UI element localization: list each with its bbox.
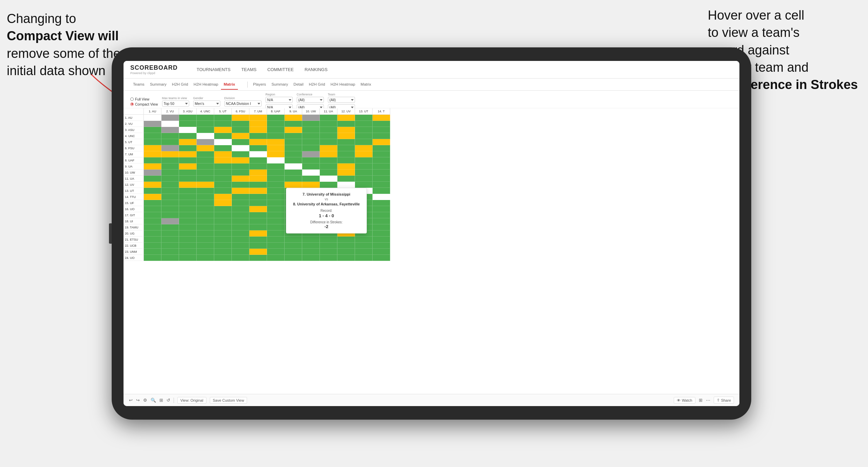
cell-11-0[interactable] <box>144 182 161 188</box>
cell-4-2[interactable] <box>179 139 197 145</box>
tab-h2h-grid-left[interactable]: H2H Grid <box>169 80 191 90</box>
cell-14-2[interactable] <box>179 200 197 206</box>
cell-22-9[interactable] <box>302 249 320 255</box>
cell-22-5[interactable] <box>232 249 249 255</box>
cell-3-5[interactable] <box>232 133 249 139</box>
cell-17-7[interactable] <box>267 218 285 224</box>
cell-12-13[interactable] <box>373 188 390 194</box>
cell-10-10[interactable] <box>320 176 337 182</box>
cell-15-5[interactable] <box>232 206 249 212</box>
cell-13-5[interactable] <box>232 194 249 200</box>
tab-summary-left[interactable]: Summary <box>147 80 169 90</box>
team-select-1[interactable]: (All) <box>328 97 355 103</box>
tab-h2h-heatmap-right[interactable]: H2H Heatmap <box>328 80 358 90</box>
cell-5-11[interactable] <box>337 145 355 151</box>
cell-9-11[interactable] <box>337 170 355 176</box>
nav-teams[interactable]: TEAMS <box>241 67 257 72</box>
cell-20-9[interactable] <box>302 237 320 243</box>
cell-21-10[interactable] <box>320 243 337 249</box>
cell-4-10[interactable] <box>320 139 337 145</box>
cell-13-1[interactable] <box>161 194 179 200</box>
cell-5-6[interactable] <box>249 145 267 151</box>
cell-9-5[interactable] <box>232 170 249 176</box>
cell-22-8[interactable] <box>285 249 302 255</box>
cell-3-9[interactable] <box>302 133 320 139</box>
cell-10-9[interactable] <box>302 176 320 182</box>
cell-22-13[interactable] <box>373 249 390 255</box>
cell-0-11[interactable] <box>337 115 355 121</box>
icon-2[interactable]: 🔍 <box>151 398 156 403</box>
cell-8-5[interactable] <box>232 163 249 170</box>
cell-6-12[interactable] <box>355 151 373 157</box>
cell-13-4[interactable] <box>214 194 232 200</box>
cell-1-9[interactable] <box>302 121 320 127</box>
tab-detail[interactable]: Detail <box>291 80 306 90</box>
cell-10-6[interactable] <box>249 176 267 182</box>
cell-19-1[interactable] <box>161 230 179 237</box>
cell-22-6[interactable] <box>249 249 267 255</box>
cell-10-0[interactable] <box>144 176 161 182</box>
cell-11-7[interactable] <box>267 182 285 188</box>
cell-7-11[interactable] <box>337 157 355 163</box>
cell-6-10[interactable] <box>320 151 337 157</box>
cell-12-2[interactable] <box>179 188 197 194</box>
icon-4[interactable]: ↺ <box>166 398 170 403</box>
cell-16-7[interactable] <box>267 212 285 218</box>
full-view-radio[interactable] <box>130 97 134 101</box>
cell-5-3[interactable] <box>197 145 214 151</box>
nav-rankings[interactable]: RANKINGS <box>305 67 328 72</box>
devices-icon[interactable]: ⊞ <box>699 398 703 403</box>
division-select[interactable]: NCAA Division I <box>224 101 262 107</box>
cell-0-9[interactable] <box>302 115 320 121</box>
cell-17-1[interactable] <box>161 218 179 224</box>
cell-5-5[interactable] <box>232 145 249 151</box>
cell-0-2[interactable] <box>179 115 197 121</box>
cell-7-0[interactable] <box>144 157 161 163</box>
cell-6-4[interactable] <box>214 151 232 157</box>
cell-11-6[interactable] <box>249 182 267 188</box>
cell-1-8[interactable] <box>285 121 302 127</box>
tab-summary-right[interactable]: Summary <box>269 80 291 90</box>
cell-6-9[interactable] <box>302 151 320 157</box>
cell-18-5[interactable] <box>232 224 249 230</box>
cell-8-10[interactable] <box>320 163 337 170</box>
cell-4-4[interactable] <box>214 139 232 145</box>
cell-3-13[interactable] <box>373 133 390 139</box>
cell-22-12[interactable] <box>355 249 373 255</box>
cell-23-8[interactable] <box>285 255 302 261</box>
cell-16-2[interactable] <box>179 212 197 218</box>
cell-22-0[interactable] <box>144 249 161 255</box>
cell-21-0[interactable] <box>144 243 161 249</box>
cell-8-9[interactable] <box>302 163 320 170</box>
cell-14-3[interactable] <box>197 200 214 206</box>
cell-5-13[interactable] <box>373 145 390 151</box>
nav-tournaments[interactable]: TOURNAMENTS <box>197 67 230 72</box>
cell-14-0[interactable] <box>144 200 161 206</box>
cell-18-4[interactable] <box>214 224 232 230</box>
cell-18-0[interactable] <box>144 224 161 230</box>
cell-9-4[interactable] <box>214 170 232 176</box>
cell-15-3[interactable] <box>197 206 214 212</box>
cell-1-0[interactable] <box>144 121 161 127</box>
cell-4-8[interactable] <box>285 139 302 145</box>
cell-23-11[interactable] <box>337 255 355 261</box>
more-icon[interactable]: ⋯ <box>706 398 710 403</box>
cell-9-9[interactable] <box>302 170 320 176</box>
gender-select[interactable]: Men's <box>193 101 220 107</box>
cell-9-8[interactable] <box>285 170 302 176</box>
cell-7-7[interactable] <box>267 157 285 163</box>
cell-2-4[interactable] <box>214 127 232 133</box>
cell-1-12[interactable] <box>355 121 373 127</box>
cell-23-4[interactable] <box>214 255 232 261</box>
cell-20-3[interactable] <box>197 237 214 243</box>
cell-6-7[interactable] <box>267 151 285 157</box>
cell-4-5[interactable] <box>232 139 249 145</box>
full-view-option[interactable]: Full View <box>130 97 158 101</box>
cell-23-0[interactable] <box>144 255 161 261</box>
cell-15-6[interactable] <box>249 206 267 212</box>
cell-15-13[interactable] <box>373 206 390 212</box>
cell-10-4[interactable] <box>214 176 232 182</box>
cell-15-0[interactable] <box>144 206 161 212</box>
cell-2-7[interactable] <box>267 127 285 133</box>
cell-21-12[interactable] <box>355 243 373 249</box>
